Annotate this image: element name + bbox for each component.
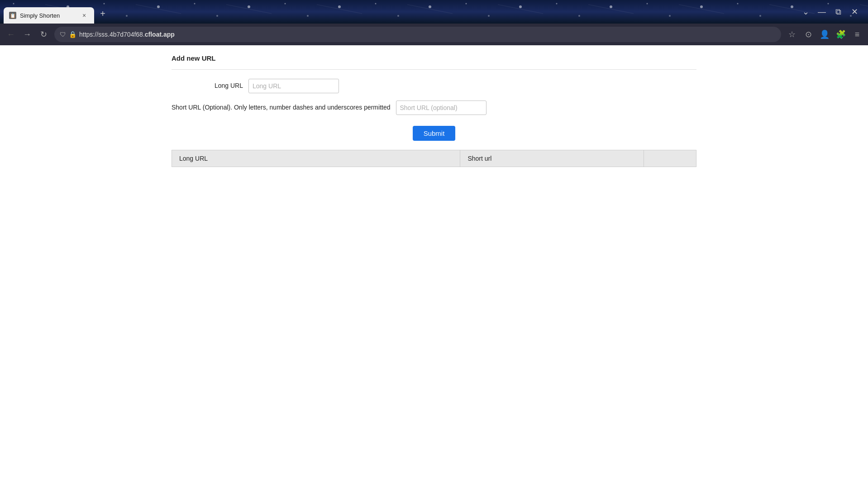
- address-bar-url: https://sss.4b7d704f68.cfloat.app: [79, 31, 776, 38]
- nav-bar-right: ☆ ⊙ 👤 🧩 ≡: [785, 27, 864, 42]
- short-url-row: Short URL (Optional). Only letters, numb…: [172, 100, 696, 115]
- active-tab[interactable]: 📋 Simply Shorten ×: [4, 7, 94, 24]
- shield-icon: 🛡: [60, 31, 66, 38]
- page-title: Add new URL: [172, 54, 696, 62]
- tab-bar: 📋 Simply Shorten × + ⌄ — ⧉ ✕: [0, 0, 868, 24]
- col-action-header: [644, 150, 696, 167]
- extensions-button[interactable]: 🧩: [834, 27, 848, 42]
- long-url-row: Long URL: [172, 79, 696, 93]
- tab-favicon: 📋: [9, 12, 16, 19]
- submit-row: Submit: [172, 126, 696, 141]
- short-url-label: Short URL (Optional). Only letters, numb…: [172, 100, 396, 112]
- col-long-url-header: Long URL: [172, 150, 460, 167]
- close-button[interactable]: ✕: [848, 5, 861, 18]
- new-tab-button[interactable]: +: [96, 7, 110, 20]
- url-table: Long URL Short url: [172, 150, 696, 167]
- pocket-button[interactable]: ⊙: [801, 27, 816, 42]
- long-url-input[interactable]: [248, 79, 339, 93]
- page-divider: [172, 69, 696, 70]
- lock-icon: 🔒: [69, 31, 76, 38]
- short-url-input[interactable]: [396, 100, 486, 115]
- url-form: Long URL Short URL (Optional). Only lett…: [172, 79, 696, 115]
- restore-button[interactable]: ⧉: [832, 5, 844, 18]
- back-button[interactable]: ←: [4, 27, 18, 42]
- url-prefix: https://sss.4b7d704f68.: [79, 31, 145, 38]
- profile-button[interactable]: 👤: [817, 27, 832, 42]
- content-area: Add new URL Long URL Short URL (Optional…: [162, 54, 706, 167]
- menu-button[interactable]: ≡: [850, 27, 864, 42]
- tab-title: Simply Shorten: [20, 12, 76, 19]
- browser-chrome: 📋 Simply Shorten × + ⌄ — ⧉ ✕ ← → ↻ 🛡 🔒 h…: [0, 0, 868, 45]
- bookmark-star-button[interactable]: ☆: [785, 27, 799, 42]
- table-header-row: Long URL Short url: [172, 150, 696, 167]
- forward-button[interactable]: →: [20, 27, 34, 42]
- url-domain: cfloat.app: [145, 31, 175, 38]
- nav-bar: ← → ↻ 🛡 🔒 https://sss.4b7d704f68.cfloat.…: [0, 24, 868, 45]
- dropdown-button[interactable]: ⌄: [799, 5, 812, 18]
- tab-close-button[interactable]: ×: [80, 11, 89, 20]
- tab-bar-left: 📋 Simply Shorten × +: [4, 3, 110, 20]
- address-bar[interactable]: 🛡 🔒 https://sss.4b7d704f68.cfloat.app: [54, 27, 781, 42]
- col-short-url-header: Short url: [460, 150, 644, 167]
- minimize-button[interactable]: —: [816, 5, 828, 18]
- table-header: Long URL Short url: [172, 150, 696, 167]
- tab-bar-right: ⌄ — ⧉ ✕: [799, 5, 864, 18]
- submit-button[interactable]: Submit: [413, 126, 456, 141]
- page-content: Add new URL Long URL Short URL (Optional…: [0, 45, 868, 488]
- long-url-label: Long URL: [172, 79, 248, 91]
- refresh-button[interactable]: ↻: [36, 27, 51, 42]
